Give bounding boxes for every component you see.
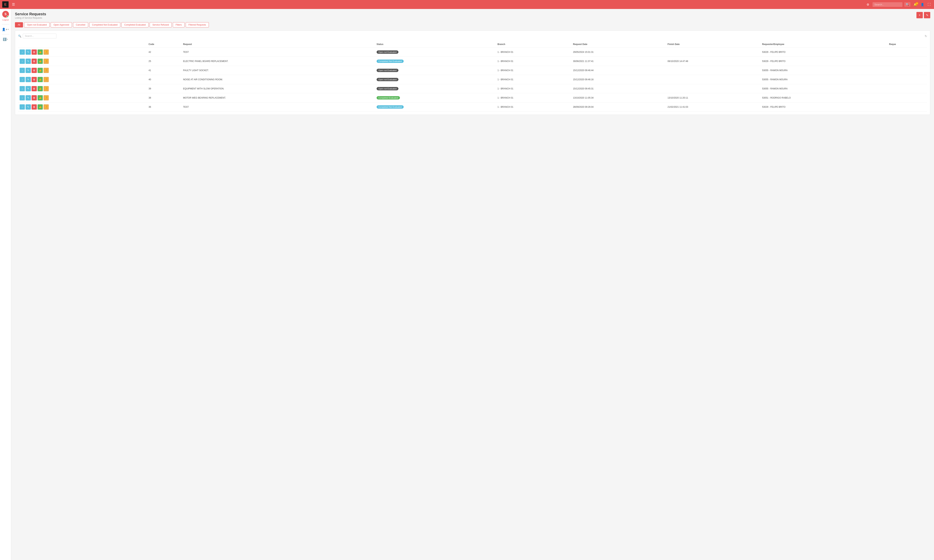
refresh-icon[interactable]: ↻ [925, 34, 927, 38]
config-button[interactable]: ✎ [924, 12, 930, 18]
delete-button[interactable]: 🗑 [32, 95, 37, 100]
edit-button[interactable]: ✎ [26, 49, 31, 55]
reject-button[interactable]: 👎 [43, 86, 49, 91]
reject-button[interactable]: 👎 [43, 95, 49, 100]
col-request-date: Request Date [572, 41, 666, 48]
table-search-input[interactable] [23, 34, 56, 38]
edit-button[interactable]: ✎ [26, 58, 31, 64]
expand-icon[interactable]: ⛶ [926, 2, 932, 7]
table-row: ↓ ✎ 🗑 👍 👎 40NOISE AT AIR CONDITIONING RO… [18, 75, 927, 84]
status-badge: Completed Evaluated [377, 96, 400, 100]
service-requests-table: Code Request Status Branch Request Date … [18, 41, 927, 112]
delete-button[interactable]: 🗑 [32, 68, 37, 73]
cell-finish-date: 06/10/2020 14:47:48 [666, 57, 761, 66]
sidebar-item-info[interactable]: ℹ️ ▼ [2, 36, 10, 43]
tab-open-not-evaluated[interactable]: Open not Evaluated [24, 22, 49, 28]
page-header: Service Requests Listing of Service Requ… [15, 12, 930, 19]
cell-request-date: 15/12/2020 09:45:31 [572, 84, 666, 93]
tab-open-approved[interactable]: Open Approved [51, 22, 72, 28]
col-status: Status [375, 41, 496, 48]
avatar-wrapper: S [2, 11, 9, 18]
delete-button[interactable]: 🗑 [32, 49, 37, 55]
approve-button[interactable]: 👍 [37, 49, 43, 55]
reject-button[interactable]: 👎 [43, 105, 49, 109]
settings-icon[interactable]: ⚙ [865, 2, 871, 7]
cell-request: ELECTRIC PANEL BOARD REPLACEMENT. [182, 57, 375, 66]
row-actions-cell: ↓ ✎ 🗑 👍 👎 [18, 84, 147, 93]
table-row: ↓ ✎ 🗑 👍 👎 39EQUIPMENT WITH SLOW OPERATIO… [18, 84, 927, 93]
cell-code: 25 [147, 57, 182, 66]
edit-button[interactable]: ✎ [26, 95, 31, 100]
delete-button[interactable]: 🗑 [32, 77, 37, 82]
logout-link[interactable]: Logout [2, 18, 9, 21]
cell-code: 41 [147, 66, 182, 75]
top-search-icon[interactable]: 🔍 [904, 2, 911, 7]
reject-button[interactable]: 👎 [43, 58, 49, 64]
tab-canceled[interactable]: Canceled [73, 22, 88, 28]
download-button[interactable]: ↓ [20, 77, 25, 82]
row-actions-cell: ↓ ✎ 🗑 👍 👎 [18, 75, 147, 84]
cell-code: 36 [147, 103, 182, 112]
cell-extra [888, 84, 927, 93]
row-actions-cell: ↓ ✎ 🗑 👍 👎 [18, 103, 147, 112]
delete-button[interactable]: 🗑 [32, 58, 37, 64]
status-badge: Open not Evaluated [377, 69, 398, 72]
cell-code: 42 [147, 48, 182, 57]
reject-button[interactable]: 👎 [43, 77, 49, 82]
col-code: Code [147, 41, 182, 48]
add-button[interactable]: + [916, 12, 923, 18]
row-actions-cell: ↓ ✎ 🗑 👍 👎 [18, 66, 147, 75]
table-container: 🔍 ↻ Code Request Status Branch Request D… [15, 31, 930, 115]
reject-button[interactable]: 👎 [43, 49, 49, 55]
tab-service-refused[interactable]: Service Refused [150, 22, 172, 28]
cell-status: Open not Evaluated [375, 48, 496, 57]
tab-filtered-requests[interactable]: Filtered Requests [186, 22, 209, 28]
download-button[interactable]: ↓ [20, 68, 25, 73]
approve-button[interactable]: 👍 [37, 58, 43, 64]
cell-requester: 53055 - RAMON MOURA [761, 84, 888, 93]
main-content: Service Requests Listing of Service Requ… [11, 9, 934, 560]
approve-button[interactable]: 👍 [37, 95, 43, 100]
edit-button[interactable]: ✎ [26, 86, 31, 91]
row-actions: ↓ ✎ 🗑 👍 👎 [20, 49, 145, 55]
cell-extra [888, 103, 927, 112]
delete-button[interactable]: 🗑 [32, 105, 37, 109]
reject-button[interactable]: 👎 [43, 68, 49, 73]
header-actions: + ✎ [916, 12, 930, 18]
status-badge: Open not Evaluated [377, 87, 398, 90]
row-actions-cell: ↓ ✎ 🗑 👍 👎 [18, 48, 147, 57]
col-reque: Reque [888, 41, 927, 48]
download-button[interactable]: ↓ [20, 49, 25, 55]
user-icon[interactable]: 👤 [919, 2, 925, 7]
tab-completed-not-evaluated[interactable]: Completed Not Evaluated [89, 22, 120, 28]
table-row: ↓ ✎ 🗑 👍 👎 38MOTOR WEG BEARING REPLACEMEN… [18, 93, 927, 103]
cell-request: NOISE AT AIR CONDITIONING ROOM. [182, 75, 375, 84]
delete-button[interactable]: 🗑 [32, 86, 37, 91]
approve-button[interactable]: 👍 [37, 86, 43, 91]
hamburger-menu[interactable]: ☰ [11, 2, 17, 7]
notifications-icon[interactable]: 🔔 0 [912, 2, 918, 7]
edit-button[interactable]: ✎ [26, 77, 31, 82]
table-row: ↓ ✎ 🗑 👍 👎 25ELECTRIC PANEL BOARD REPLACE… [18, 57, 927, 66]
tab-all[interactable]: All [15, 22, 23, 28]
download-button[interactable]: ↓ [20, 58, 25, 64]
download-button[interactable]: ↓ [20, 86, 25, 91]
edit-button[interactable]: ✎ [26, 68, 31, 73]
top-search-input[interactable] [872, 2, 902, 7]
status-badge: Completed Not Evaluated [377, 60, 404, 63]
download-button[interactable]: ↓ [20, 95, 25, 100]
cell-finish-date [666, 66, 761, 75]
download-button[interactable]: ↓ [20, 105, 25, 109]
cell-requester: 53055 - RAMON MOURA [761, 66, 888, 75]
sidebar-item-add-user[interactable]: 👤+ ▼ [2, 26, 10, 33]
cell-request: MOTOR WEG BEARING REPLACEMENT. [182, 93, 375, 103]
tab-completed-evaluated[interactable]: Completed Evaluated [122, 22, 148, 28]
status-badge: Open not Evaluated [377, 51, 398, 54]
approve-button[interactable]: 👍 [37, 105, 43, 109]
col-branch: Branch [496, 41, 572, 48]
tab-filters[interactable]: Filters [173, 22, 185, 28]
edit-button[interactable]: ✎ [26, 105, 31, 109]
approve-button[interactable]: 👍 [37, 68, 43, 73]
cell-branch: 1 - BRANCH 01 [496, 84, 572, 93]
approve-button[interactable]: 👍 [37, 77, 43, 82]
